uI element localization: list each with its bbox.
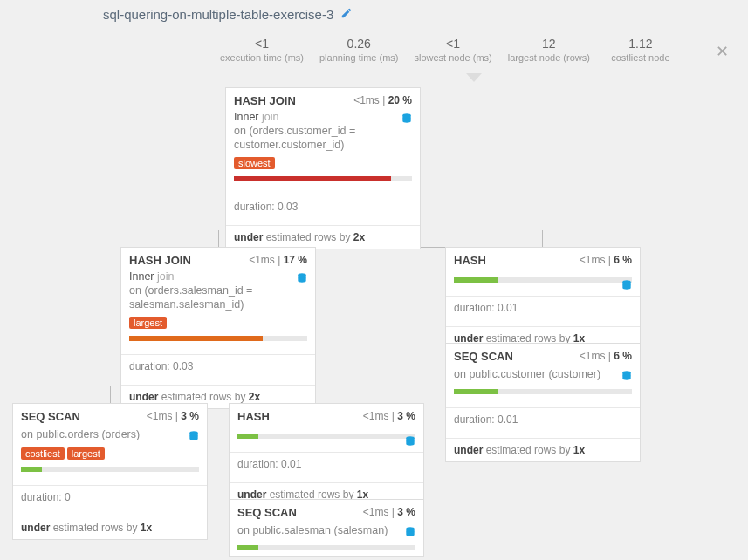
tag-largest: largest — [67, 447, 105, 460]
stat-largest-node: 12largest node (rows) — [508, 37, 590, 63]
stats-bar: <1execution time (ms) 0.26planning time … — [220, 37, 676, 63]
stat-execution-time: <1execution time (ms) — [220, 37, 304, 63]
plan-node-seqscan-salesman[interactable]: SEQ SCAN<1ms | 3 % on public.salesman (s… — [229, 499, 424, 557]
plan-node-hash-2[interactable]: HASH<1ms | 3 % duration: 0.01 under esti… — [229, 403, 424, 507]
database-icon[interactable] — [404, 435, 416, 447]
page-title: sql-quering-on-multiple-table-exercise-3 — [103, 7, 333, 22]
plan-node-hash-join-root[interactable]: HASH JOIN<1ms | 20 % Inner join on (orde… — [225, 87, 421, 249]
database-icon[interactable] — [296, 272, 308, 284]
close-icon[interactable]: ✕ — [716, 42, 729, 61]
database-icon[interactable] — [621, 370, 633, 382]
stat-planning-time: 0.26planning time (ms) — [319, 37, 398, 63]
tag-slowest: slowest — [234, 157, 275, 169]
plan-node-hash-join-2[interactable]: HASH JOIN<1ms | 17 % Inner join on (orde… — [120, 247, 316, 409]
arrow-down-icon — [466, 73, 482, 82]
database-icon[interactable] — [188, 430, 200, 442]
database-icon[interactable] — [621, 279, 633, 291]
plan-node-hash-1[interactable]: HASH<1ms | 6 % duration: 0.01 under esti… — [445, 247, 641, 351]
stat-costliest-node: 1.12costliest node — [606, 37, 676, 63]
database-icon[interactable] — [404, 526, 416, 538]
database-icon[interactable] — [401, 113, 413, 125]
plan-node-seqscan-customer[interactable]: SEQ SCAN<1ms | 6 % on public.customer (c… — [445, 343, 641, 462]
plan-node-seqscan-orders[interactable]: SEQ SCAN<1ms | 3 % on public.orders (ord… — [12, 403, 208, 540]
tag-largest: largest — [129, 317, 167, 329]
stat-slowest-node: <1slowest node (ms) — [414, 37, 491, 63]
edit-icon[interactable] — [340, 7, 353, 22]
tag-costliest: costliest — [21, 447, 65, 460]
